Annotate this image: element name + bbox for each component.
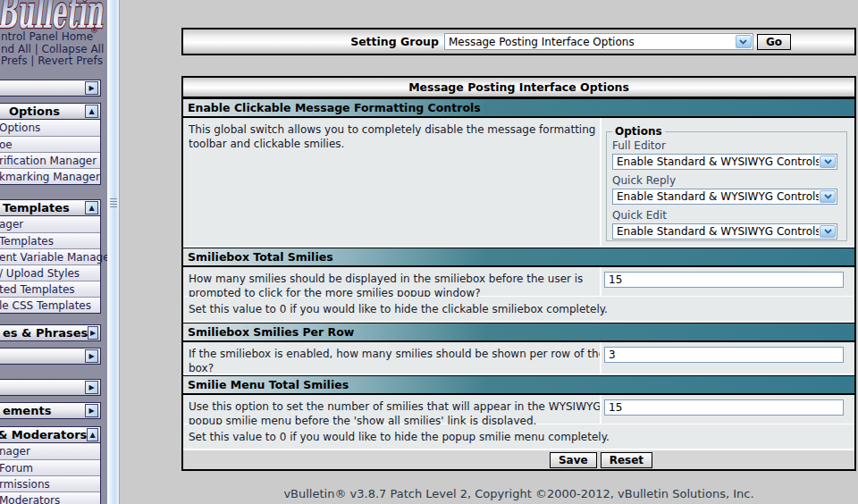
section-header-smilie-menu-total: Smilie Menu Total Smilies [183, 375, 854, 395]
nav-group-announcements-header[interactable]: ements ▶ [0, 402, 101, 419]
nav-group-moderators: & Moderators ▲ nager Forum rmissions Mod… [0, 426, 101, 504]
sidebar-item[interactable]: ager [0, 216, 100, 232]
setting-description: Use this option to set the number of smi… [183, 395, 600, 424]
full-editor-select[interactable]: Enable Standard & WYSIWYG Controls [612, 154, 837, 170]
arrow-up-icon: ▲ [88, 108, 94, 115]
nav-group-options-header[interactable]: Options ▲ [0, 103, 101, 120]
options-fieldset: Options Full Editor Enable Standard & WY… [606, 125, 847, 241]
sidebar-item[interactable]: rmissions [0, 475, 100, 491]
options-legend: Options [612, 125, 665, 138]
chevron-right-icon: ▶ [88, 384, 94, 391]
sidebar-item[interactable]: Options [0, 120, 100, 136]
arrow-up-icon: ▲ [88, 205, 94, 212]
nav-group-label: es & Phrases [0, 326, 88, 340]
setting-note: Set this value to 0 if you would like to… [183, 297, 854, 321]
setting-control-cell [601, 342, 854, 374]
nav-group-phrases: es & Phrases ▶ [0, 324, 101, 341]
expand-group-button[interactable]: ▶ [88, 326, 98, 340]
setting-description: If the smiliebox is enabled, how many sm… [183, 342, 600, 374]
chevron-right-icon: ▶ [88, 353, 94, 360]
section-header-formatting-controls: Enable Clickable Message Formatting Cont… [183, 98, 854, 118]
nav-group-options: Options ▲ Options oe rification Manager … [0, 103, 101, 185]
chevron-right-icon: ▶ [90, 330, 96, 337]
nav-group-templates: Templates ▲ ager Templates ent Variable … [0, 199, 101, 314]
smilie-menu-total-input[interactable] [604, 399, 844, 416]
copyright-text: vBulletin® v3.8.7 Patch Level 2, Copyrig… [181, 487, 856, 500]
setting-description: How many smilies should be displayed in … [183, 267, 600, 296]
setting-control-cell [601, 267, 854, 296]
nav-group-5: ▶ [0, 379, 101, 396]
setting-group-bar: Setting Group Message Posting Interface … [181, 28, 856, 55]
form-footer: Save Reset [183, 450, 854, 469]
sidebar-item[interactable]: / Upload Styles [0, 265, 100, 281]
setting-note: Set this value to 0 if you would like to… [183, 424, 854, 449]
sidebar-item[interactable]: Moderators [0, 491, 100, 504]
collapse-group-button[interactable]: ▲ [85, 201, 98, 214]
setting-control-cell: Options Full Editor Enable Standard & WY… [601, 118, 854, 246]
frame-splitter[interactable] [107, 0, 120, 504]
sidebar-item[interactable]: ent Variable Manager [0, 248, 100, 265]
chevron-right-icon: ▶ [88, 407, 94, 415]
nav-group-4: ▶ [0, 348, 101, 365]
nav-group-label: Options [0, 105, 60, 118]
expand-group-button[interactable]: ▶ [85, 381, 98, 394]
quick-edit-select[interactable]: Enable Standard & WYSIWYG Controls [612, 223, 837, 239]
sidebar-item[interactable]: nager [0, 443, 100, 459]
smilies-per-row-input[interactable] [604, 347, 844, 363]
sidebar-item[interactable]: Forum [0, 459, 100, 475]
smiliebox-total-input[interactable] [604, 272, 844, 288]
reset-button[interactable]: Reset [601, 452, 652, 468]
nav-group-5-header[interactable]: ▶ [0, 379, 101, 396]
quick-reply-label: Quick Reply [612, 174, 841, 187]
panel-title: Message Posting Interface Options [183, 78, 854, 98]
sidebar-item[interactable]: kmarking Manager [0, 168, 100, 184]
save-button[interactable]: Save [550, 452, 597, 468]
full-editor-label: Full Editor [612, 139, 841, 152]
nav-group-4-header[interactable]: ▶ [0, 348, 101, 365]
settings-panel: Message Posting Interface Options Enable… [181, 76, 856, 471]
nav-group-moderators-header[interactable]: & Moderators ▲ [0, 426, 101, 443]
sidebar-item[interactable]: Templates [0, 232, 100, 248]
chevron-down-icon[interactable] [820, 155, 836, 168]
expand-group-button[interactable]: ▶ [85, 81, 98, 95]
go-button[interactable]: Go [757, 34, 791, 50]
setting-group-select[interactable]: Message Posting Interface Options [444, 33, 753, 50]
nav-group-label: Templates [0, 201, 70, 214]
nav-group-phrases-header[interactable]: es & Phrases ▶ [0, 324, 101, 341]
chevron-right-icon: ▶ [88, 85, 94, 92]
setting-description: This global switch allows you to complet… [183, 118, 600, 246]
nav-group-label: & Moderators [0, 428, 87, 441]
nav-group-0: ▶ [0, 80, 101, 97]
expand-group-button[interactable]: ▶ [85, 404, 98, 417]
collapse-group-button[interactable]: ▲ [85, 105, 98, 118]
splitter-grip-icon[interactable] [110, 198, 117, 208]
arrow-up-icon: ▲ [90, 432, 96, 439]
collapse-group-button[interactable]: ▲ [87, 428, 98, 441]
setting-group-label: Setting Group [350, 35, 439, 48]
section-header-smilies-per-row: Smiliebox Smilies Per Row [183, 323, 854, 342]
link-expand-collapse[interactable]: nd All | Collapse All [1, 44, 104, 56]
sidebar-item[interactable]: le CSS Templates [0, 297, 100, 313]
nav-group-0-header[interactable]: ▶ [0, 80, 101, 97]
sidebar-item[interactable]: oe [0, 136, 100, 152]
chevron-down-icon[interactable] [820, 225, 836, 238]
link-control-panel-home[interactable]: ntrol Panel Home [1, 31, 104, 44]
svg-text:Bulletin: Bulletin [0, 0, 104, 33]
setting-group-selected-value: Message Posting Interface Options [445, 36, 735, 48]
sidebar-quick-links: ntrol Panel Home nd All | Collapse All P… [1, 31, 104, 68]
admin-sidebar: Bulletin ® ntrol Panel Home nd All | Col… [0, 0, 107, 504]
nav-group-label: ements [0, 404, 51, 417]
quick-reply-select[interactable]: Enable Standard & WYSIWYG Controls [612, 189, 837, 205]
sidebar-item[interactable]: rification Manager [0, 152, 100, 168]
nav-group-templates-header[interactable]: Templates ▲ [0, 199, 101, 216]
chevron-down-icon[interactable] [820, 190, 836, 203]
chevron-down-icon[interactable] [736, 35, 752, 48]
link-prefs[interactable]: Prefs | Revert Prefs [1, 55, 104, 68]
nav-group-announcements: ements ▶ [0, 402, 101, 419]
section-header-smiliebox-total: Smiliebox Total Smilies [183, 248, 854, 267]
quick-edit-label: Quick Edit [612, 209, 841, 222]
sidebar-item[interactable]: ted Templates [0, 281, 100, 297]
expand-group-button[interactable]: ▶ [85, 349, 98, 363]
setting-control-cell [601, 395, 854, 424]
